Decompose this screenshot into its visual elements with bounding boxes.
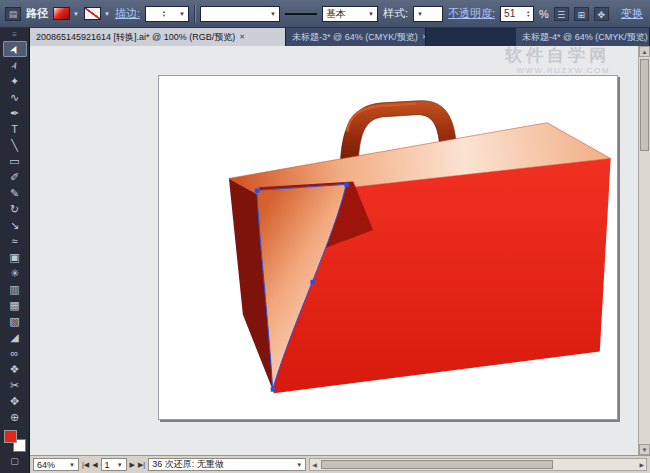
brush-definition-value: 基本 bbox=[326, 7, 346, 21]
fill-swatch[interactable] bbox=[4, 430, 17, 443]
scale-tool[interactable]: ↘ bbox=[3, 217, 27, 233]
stroke-dropdown-icon[interactable]: ▼ bbox=[104, 11, 110, 17]
direct-selection-tool[interactable]: ➢ bbox=[3, 57, 27, 73]
stroke-weight-link[interactable]: 描边: bbox=[115, 6, 140, 21]
vertical-scroll-thumb[interactable] bbox=[640, 59, 649, 151]
document-tab-3[interactable]: 未标题-4* @ 64% (CMYK/预览) ✕ bbox=[516, 28, 650, 46]
scroll-down-icon[interactable]: ▼ bbox=[639, 444, 650, 455]
artboard[interactable] bbox=[158, 75, 618, 420]
line-segment-tool-icon: ╲ bbox=[11, 139, 18, 152]
rotate-tool[interactable]: ↻ bbox=[3, 201, 27, 217]
pencil-tool[interactable]: ✎ bbox=[3, 185, 27, 201]
opacity-input[interactable]: 51 ▲ ▼ bbox=[500, 6, 534, 22]
spin-down-icon[interactable]: ▼ bbox=[162, 14, 166, 18]
first-page-button[interactable]: |◀ bbox=[82, 461, 89, 469]
zoom-tool[interactable]: ⊕ bbox=[3, 409, 27, 425]
menu-icon[interactable]: ☰ bbox=[554, 7, 569, 21]
width-profile-dropdown-icon[interactable]: ▼ bbox=[270, 11, 276, 17]
line-segment-tool[interactable]: ╲ bbox=[3, 137, 27, 153]
document-tab-3-label: 未标题-4* @ 64% (CMYK/预览) bbox=[522, 31, 648, 44]
symbol-sprayer-tool-icon: ✳ bbox=[10, 267, 19, 280]
scroll-left-icon[interactable]: ◀ bbox=[312, 461, 317, 468]
rectangle-tool[interactable]: ▭ bbox=[3, 153, 27, 169]
warp-tool[interactable]: ≈ bbox=[3, 233, 27, 249]
page-input[interactable]: 1 ▼ bbox=[101, 458, 127, 471]
scroll-up-icon[interactable]: ▲ bbox=[639, 46, 650, 57]
blend-tool[interactable]: ∞ bbox=[3, 345, 27, 361]
stroke-weight-select[interactable]: ▲ ▼ ▼ bbox=[145, 6, 189, 22]
eyedropper-tool[interactable]: ◢ bbox=[3, 329, 27, 345]
fill-stroke-indicator[interactable] bbox=[4, 430, 26, 452]
transform-link[interactable]: 变换 bbox=[621, 6, 643, 21]
illustrator-window: ▤ 路径 ▼ ▼ 描边: ▲ ▼ ▼ ▼ 基本 ▼ 样式: ▼ 不透明度: bbox=[0, 0, 650, 473]
document-tab-1[interactable]: 200865145921614 [转换].ai* @ 100% (RGB/预览)… bbox=[30, 28, 286, 46]
brush-dropdown-icon[interactable]: ▼ bbox=[368, 11, 374, 17]
stroke-weight-spinner[interactable]: ▲ ▼ bbox=[162, 10, 166, 18]
document-tab-bar: 200865145921614 [转换].ai* @ 100% (RGB/预览)… bbox=[30, 28, 650, 46]
type-tool[interactable]: T bbox=[3, 121, 27, 137]
page-dropdown-icon[interactable]: ▼ bbox=[117, 462, 123, 468]
spin-down-icon[interactable]: ▼ bbox=[526, 14, 530, 18]
horizontal-scrollbar[interactable]: ◀ ▶ bbox=[309, 458, 647, 471]
panel-menu-icon[interactable]: ▤ bbox=[5, 7, 21, 21]
last-page-button[interactable]: ▶| bbox=[138, 461, 145, 469]
prev-page-button[interactable]: ◀ bbox=[92, 461, 97, 469]
document-tab-2[interactable]: 未标题-3* @ 64% (CMYK/预览) ✕ bbox=[286, 28, 426, 46]
hand-tool[interactable]: ✥ bbox=[3, 393, 27, 409]
scroll-right-icon[interactable]: ▶ bbox=[639, 461, 644, 468]
style-dropdown-icon[interactable]: ▼ bbox=[417, 11, 423, 17]
canvas-area[interactable]: 软件自学网 WWW.RUZXW.COM bbox=[30, 46, 638, 455]
zoom-dropdown-icon[interactable]: ▼ bbox=[69, 462, 75, 468]
screen-mode-button[interactable]: ▢ bbox=[10, 456, 19, 466]
fill-dropdown-icon[interactable]: ▼ bbox=[73, 11, 79, 17]
stroke-weight-dropdown-icon[interactable]: ▼ bbox=[179, 11, 185, 17]
horizontal-scroll-thumb[interactable] bbox=[321, 460, 553, 469]
lasso-tool[interactable]: ∿ bbox=[3, 89, 27, 105]
history-status: 36 次还原: 无重做 bbox=[152, 458, 224, 471]
watermark-title: 软件自学网 bbox=[505, 46, 610, 66]
tools-list: ➤➢✦∿✒T╲▭✐✎↻↘≈▣✳▥▦▧◢∞❖✂✥⊕ bbox=[3, 41, 27, 425]
width-profile-select[interactable]: ▼ bbox=[200, 6, 280, 22]
control-bar: ▤ 路径 ▼ ▼ 描边: ▲ ▼ ▼ ▼ 基本 ▼ 样式: ▼ 不透明度: bbox=[0, 0, 650, 28]
paintbrush-tool[interactable]: ✐ bbox=[3, 169, 27, 185]
live-paint-bucket-tool-icon: ❖ bbox=[10, 363, 20, 376]
stroke-color-button[interactable] bbox=[84, 7, 101, 20]
column-graph-tool[interactable]: ▥ bbox=[3, 281, 27, 297]
briefcase-illustration[interactable] bbox=[159, 76, 617, 419]
align-icon[interactable]: ✥ bbox=[594, 7, 609, 21]
opacity-link[interactable]: 不透明度: bbox=[448, 6, 495, 21]
gradient-tool[interactable]: ▧ bbox=[3, 313, 27, 329]
grid-icon[interactable]: ⊞ bbox=[574, 7, 589, 21]
anchor-point[interactable] bbox=[255, 188, 259, 192]
opacity-spinner[interactable]: ▲ ▼ bbox=[526, 10, 530, 18]
next-page-button[interactable]: ▶ bbox=[130, 461, 135, 469]
magic-wand-tool[interactable]: ✦ bbox=[3, 73, 27, 89]
status-dropdown-icon[interactable]: ▼ bbox=[296, 462, 302, 468]
zoom-select[interactable]: 64% ▼ bbox=[33, 458, 79, 471]
brush-definition-select[interactable]: 基本 ▼ bbox=[322, 6, 378, 22]
watermark-url: WWW.RUZXW.COM bbox=[505, 66, 610, 75]
zoom-tool-icon: ⊕ bbox=[10, 411, 19, 424]
slice-tool[interactable]: ✂ bbox=[3, 377, 27, 393]
slice-tool-icon: ✂ bbox=[10, 379, 19, 392]
opacity-value: 51 bbox=[504, 8, 515, 19]
fill-color-button[interactable] bbox=[53, 7, 70, 20]
scale-tool-icon: ↘ bbox=[10, 219, 19, 232]
pen-tool[interactable]: ✒ bbox=[3, 105, 27, 121]
anchor-point[interactable] bbox=[271, 387, 275, 391]
vertical-scrollbar[interactable]: ▲ ▼ bbox=[638, 46, 650, 455]
free-transform-tool[interactable]: ▣ bbox=[3, 249, 27, 265]
anchor-point[interactable] bbox=[310, 280, 314, 284]
close-icon[interactable]: ✕ bbox=[239, 33, 245, 41]
selection-tool[interactable]: ➤ bbox=[3, 41, 27, 57]
toolbar-collapse-icon[interactable]: ≡ bbox=[0, 28, 29, 41]
mesh-tool[interactable]: ▦ bbox=[3, 297, 27, 313]
close-icon[interactable]: ✕ bbox=[422, 33, 426, 41]
symbol-sprayer-tool[interactable]: ✳ bbox=[3, 265, 27, 281]
status-indicator[interactable]: 36 次还原: 无重做 ▼ bbox=[148, 458, 306, 471]
free-transform-tool-icon: ▣ bbox=[9, 251, 19, 264]
direct-selection-tool-icon: ➢ bbox=[7, 58, 23, 72]
live-paint-bucket-tool[interactable]: ❖ bbox=[3, 361, 27, 377]
anchor-point[interactable] bbox=[344, 182, 348, 186]
style-select[interactable]: ▼ bbox=[413, 6, 443, 22]
